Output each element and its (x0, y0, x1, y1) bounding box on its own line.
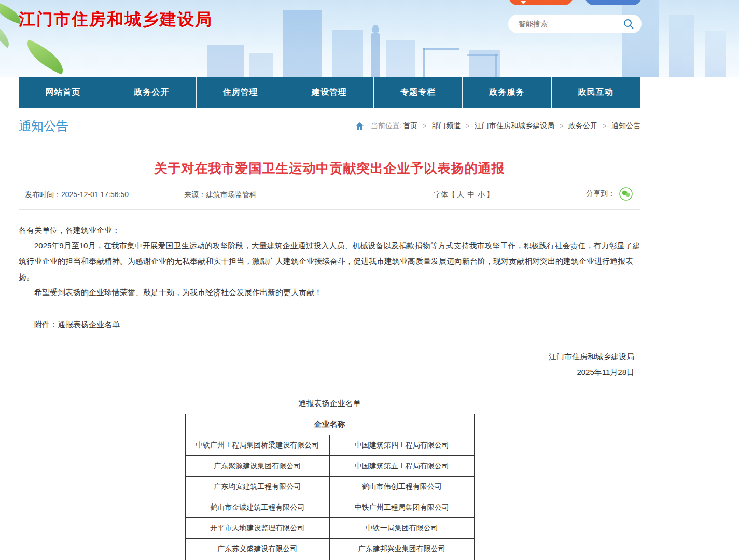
wechat-icon (619, 187, 633, 201)
publish-time-value: 2025-12-01 17:56:50 (61, 190, 129, 199)
table-title: 通报表扬企业名单 (19, 399, 640, 409)
nav-item-gov-disclosure[interactable]: 政务公开 (107, 77, 196, 108)
leaf-decoration (0, 25, 14, 48)
publish-time: 发布时间：2025-12-01 17:56:50 (25, 190, 129, 200)
font-size-control: 字体【大中小】 (434, 190, 494, 200)
source-value: 建筑市场监管科 (206, 190, 257, 199)
nav-item-gov-services[interactable]: 政务服务 (463, 77, 551, 108)
breadcrumb-separator: > (466, 122, 469, 130)
font-size-small[interactable]: 小 (476, 190, 486, 199)
home-icon (356, 122, 364, 130)
page-title: 通知公告 (19, 118, 68, 134)
main-nav: 网站首页 政务公开 住房管理 建设管理 专题专栏 政务服务 政民互动 (19, 77, 640, 108)
search-icon (623, 18, 634, 30)
company-cell: 鹤山市金诚建筑工程有限公司 (185, 497, 330, 518)
font-size-medium[interactable]: 中 (466, 190, 476, 199)
table-row: 中铁广州工程局集团桥梁建设有限公司 中国建筑第四工程局有限公司 (185, 435, 474, 456)
breadcrumb-item-disclosure[interactable]: 政务公开 (568, 121, 597, 131)
nav-item-home[interactable]: 网站首页 (19, 77, 107, 108)
company-cell: 中铁广州工程局集团桥梁建设有限公司 (185, 435, 330, 456)
nav-item-special-columns[interactable]: 专题专栏 (374, 77, 463, 108)
topbar-orange-button[interactable] (509, 0, 573, 5)
company-cell: 中国建筑第五工程局有限公司 (330, 456, 475, 477)
company-cell: 广东均安建筑工程有限公司 (185, 477, 330, 497)
nav-item-housing[interactable]: 住房管理 (197, 77, 285, 108)
article-body: 各有关单位，各建筑业企业： 2025年9月至10月，在我市集中开展爱国卫生运动的… (19, 222, 640, 300)
article-meta: 发布时间：2025-12-01 17:56:50 来源：建筑市场监管科 字体【大… (19, 177, 640, 210)
table-header: 企业名称 (185, 414, 474, 435)
table-row: 广东聚源建设集团有限公司 中国建筑第五工程局有限公司 (185, 456, 474, 477)
breadcrumb-separator: > (603, 122, 606, 130)
table-header-row: 企业名称 (185, 414, 474, 435)
share-control: 分享到： (586, 187, 633, 201)
company-cell: 中铁一局集团有限公司 (330, 518, 475, 539)
font-size-label-open: 字体【 (434, 190, 455, 199)
article: 关于对在我市爱国卫生运动中贡献突出企业予以表扬的通报 发布时间：2025-12-… (19, 160, 640, 560)
article-title: 关于对在我市爱国卫生运动中贡献突出企业予以表扬的通报 (19, 160, 640, 177)
wechat-share-button[interactable] (619, 187, 633, 201)
font-size-label-close: 】 (486, 190, 494, 199)
breadcrumb-item-channel[interactable]: 部门频道 (431, 121, 461, 131)
font-size-large[interactable]: 大 (455, 190, 466, 199)
breadcrumb: 当前位置: 首页 > 部门频道 > 江门市住房和城乡建设局 > 政务公开 > 通… (356, 121, 640, 131)
publish-time-label: 发布时间： (25, 190, 61, 199)
table-row: 鹤山市金诚建筑工程有限公司 中铁广州工程局集团有限公司 (185, 497, 474, 518)
company-cell: 鹤山市伟创工程有限公司 (330, 477, 475, 497)
company-cell: 广东建邦兴业集团有限公司 (330, 539, 475, 559)
breadcrumb-row: 通知公告 当前位置: 首页 > 部门频道 > 江门市住房和城乡建设局 > 政务公… (19, 108, 640, 144)
share-label: 分享到： (586, 189, 615, 199)
topbar-blue-button[interactable] (585, 0, 642, 5)
company-cell: 广东聚源建设集团有限公司 (185, 456, 330, 477)
signature-block: 江门市住房和城乡建设局 2025年11月28日 (19, 349, 640, 380)
attachment-line: 附件：通报表扬企业名单 (19, 317, 640, 332)
leaf-decoration (21, 39, 69, 75)
paragraph: 希望受到表扬的企业珍惜荣誉、鼓足干劲，为我市经济社会发展作出新的更大贡献！ (19, 285, 640, 300)
commended-companies-table: 企业名称 中铁广州工程局集团桥梁建设有限公司 中国建筑第四工程局有限公司 广东聚… (185, 414, 475, 560)
nav-item-construction[interactable]: 建设管理 (285, 77, 374, 108)
table-row: 开平市天地建设监理有限公司 中铁一局集团有限公司 (185, 518, 474, 539)
breadcrumb-separator: > (423, 122, 426, 130)
breadcrumb-item-notices[interactable]: 通知公告 (611, 121, 640, 131)
paragraph: 2025年9月至10月，在我市集中开展爱国卫生运动的攻坚阶段，大量建筑企业通过投… (19, 238, 640, 285)
table-row: 广东均安建筑工程有限公司 鹤山市伟创工程有限公司 (185, 477, 474, 497)
chevron-down-icon (520, 1, 526, 4)
page: 江门市住房和城乡建设局 网站首页 政务公开 住房管理 建设管理 专题专栏 政务服… (0, 0, 739, 560)
breadcrumb-separator: > (560, 122, 563, 130)
signature-org: 江门市住房和城乡建设局 (19, 349, 634, 365)
company-cell: 中铁广州工程局集团有限公司 (330, 497, 475, 518)
company-cell: 中国建筑第四工程局有限公司 (330, 435, 475, 456)
breadcrumb-item-bureau[interactable]: 江门市住房和城乡建设局 (475, 121, 554, 131)
breadcrumb-item-home[interactable]: 首页 (403, 121, 417, 131)
article-source: 来源：建筑市场监管科 (184, 190, 257, 200)
signature-date: 2025年11月28日 (19, 365, 634, 380)
company-cell: 开平市天地建设监理有限公司 (185, 518, 330, 539)
search-box (508, 15, 642, 33)
nav-item-interaction[interactable]: 政民互动 (552, 77, 640, 108)
breadcrumb-location-label: 当前位置: (371, 121, 402, 131)
site-title: 江门市住房和城乡建设局 (19, 8, 213, 31)
search-input[interactable] (519, 20, 623, 28)
header-banner: 江门市住房和城乡建设局 (0, 0, 739, 77)
source-label: 来源： (184, 190, 206, 199)
table-row: 广东苏义盛建设有限公司 广东建邦兴业集团有限公司 (185, 539, 474, 559)
company-cell: 广东苏义盛建设有限公司 (185, 539, 330, 559)
search-button[interactable] (623, 18, 634, 30)
salutation: 各有关单位，各建筑业企业： (19, 222, 640, 238)
